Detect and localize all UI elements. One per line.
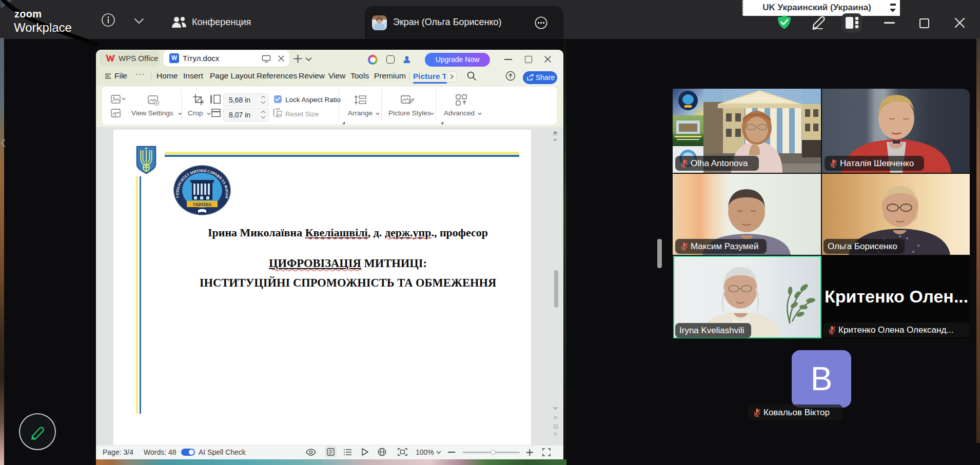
- svg-text:УКРАЇНА: УКРАЇНА: [193, 203, 212, 207]
